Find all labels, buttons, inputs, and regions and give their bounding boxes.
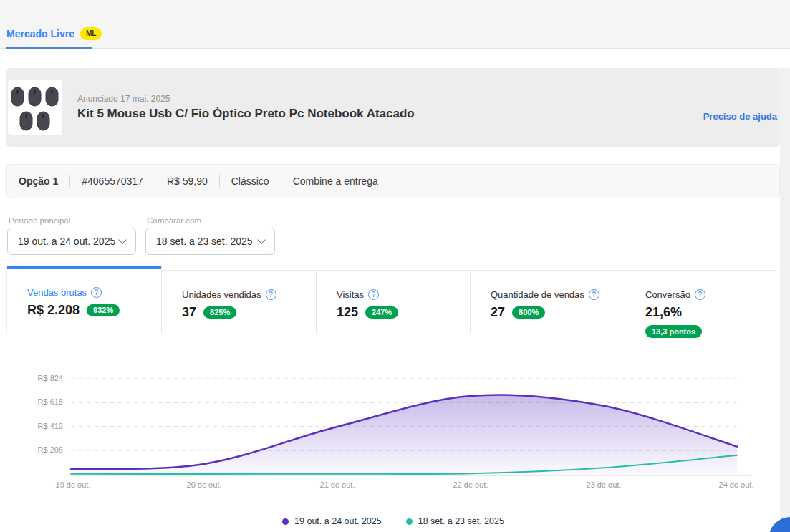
compare-period-label: Comparar com bbox=[147, 216, 201, 225]
option-bar: Opção 1 #4065570317 R$ 59,90 Clássico Co… bbox=[6, 164, 780, 198]
tab-unidades-vendidas[interactable]: Unidades vendidas 37 825% bbox=[162, 270, 317, 334]
growth-badge: 800% bbox=[512, 306, 545, 319]
product-thumbnail bbox=[8, 80, 62, 135]
x-tick-label: 20 de out. bbox=[179, 480, 229, 489]
legend-dot-teal bbox=[406, 518, 413, 525]
metric-value: 27 800% bbox=[491, 305, 625, 320]
help-icon[interactable] bbox=[589, 289, 599, 300]
metric-badge-row: 13,3 pontos bbox=[645, 324, 780, 337]
metric-label: Conversão bbox=[645, 289, 780, 300]
growth-badge: 13,3 pontos bbox=[645, 325, 702, 338]
chart-legend: 19 out. a 24 out. 2025 18 set. a 23 set.… bbox=[6, 516, 780, 526]
metric-label: Quantidade de vendas bbox=[491, 289, 625, 300]
main-period-value: 19 out. a 24 out. 2025 bbox=[18, 236, 115, 247]
help-icon[interactable] bbox=[368, 289, 379, 300]
active-tab-underline bbox=[6, 47, 92, 49]
chevron-down-icon bbox=[257, 236, 265, 243]
main-period-label: Período principal bbox=[9, 216, 70, 225]
metric-label: Visitas bbox=[337, 289, 470, 300]
divider bbox=[155, 175, 155, 187]
divider bbox=[69, 175, 70, 187]
compare-period-value: 18 set. a 23 set. 2025 bbox=[156, 236, 253, 247]
announced-date: Anunciado 17 mai. 2025 bbox=[77, 94, 170, 104]
tab-conversao[interactable]: Conversão 21,6% 13,3 pontos bbox=[625, 270, 780, 334]
option-shipping: Combine a entrega bbox=[293, 175, 378, 187]
tab-visitas[interactable]: Visitas 125 247% bbox=[317, 270, 471, 334]
tab-mercado-livre[interactable]: Mercado Livre ML bbox=[6, 27, 102, 40]
metric-value: 37 825% bbox=[182, 305, 316, 320]
sales-line-chart bbox=[0, 365, 790, 490]
metric-value: R$ 2.208 932% bbox=[27, 303, 161, 318]
product-title: Kit 5 Mouse Usb C/ Fio Óptico Preto Pc N… bbox=[77, 107, 415, 121]
metric-label: Vendas brutas bbox=[27, 287, 161, 298]
chevron-down-icon bbox=[118, 236, 126, 243]
top-nav-bar: Mercado Livre ML bbox=[0, 0, 790, 49]
x-tick-label: 23 de out. bbox=[579, 480, 629, 489]
legend-dot-purple bbox=[282, 518, 289, 525]
legend-item-main-period: 19 out. a 24 out. 2025 bbox=[282, 516, 382, 526]
legend-item-compare-period: 18 set. a 23 set. 2025 bbox=[406, 516, 504, 526]
metric-tabs: Vendas brutas R$ 2.208 932% Unidades ven… bbox=[6, 266, 780, 334]
x-tick-label: 21 de out. bbox=[312, 480, 362, 489]
tab-mercado-livre-label: Mercado Livre bbox=[6, 28, 74, 39]
help-icon[interactable] bbox=[91, 287, 102, 298]
metric-value: 125 247% bbox=[337, 305, 470, 320]
growth-badge: 932% bbox=[87, 304, 120, 316]
page-background-strip bbox=[780, 68, 790, 532]
product-header: Anunciado 17 mai. 2025 Kit 5 Mouse Usb C… bbox=[6, 68, 780, 147]
x-tick-label: 19 de out. bbox=[48, 480, 98, 489]
x-tick-label: 24 de out. bbox=[711, 480, 761, 489]
ml-badge: ML bbox=[80, 27, 102, 40]
compare-period-select[interactable]: 18 set. a 23 set. 2025 bbox=[145, 228, 275, 255]
help-icon[interactable] bbox=[266, 289, 276, 300]
tab-vendas-brutas[interactable]: Vendas brutas R$ 2.208 932% bbox=[6, 266, 162, 334]
option-price: R$ 59,90 bbox=[167, 175, 208, 187]
option-name: Opção 1 bbox=[19, 175, 58, 187]
growth-badge: 247% bbox=[365, 306, 398, 319]
divider bbox=[281, 175, 281, 187]
option-listing-type: Clássico bbox=[231, 175, 269, 187]
metric-label: Unidades vendidas bbox=[182, 289, 316, 300]
tab-quantidade-de-vendas[interactable]: Quantidade de vendas 27 800% bbox=[471, 270, 625, 334]
x-tick-label: 22 de out. bbox=[445, 480, 496, 489]
main-period-select[interactable]: 19 out. a 24 out. 2025 bbox=[7, 228, 136, 255]
divider bbox=[219, 175, 220, 187]
metric-value: 21,6% bbox=[645, 305, 780, 320]
mouse-kit-image bbox=[8, 80, 62, 135]
need-help-link[interactable]: Preciso de ajuda bbox=[703, 111, 777, 122]
option-sku: #4065570317 bbox=[82, 175, 143, 187]
growth-badge: 825% bbox=[203, 306, 236, 319]
help-icon[interactable] bbox=[695, 289, 705, 300]
